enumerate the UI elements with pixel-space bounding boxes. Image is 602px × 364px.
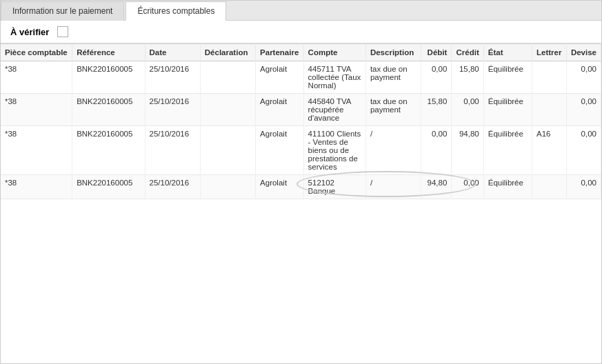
table-cell-lett xyxy=(532,61,567,94)
table-cell-part: Agrolait xyxy=(256,94,304,126)
table-cell-piece: *38 xyxy=(1,61,72,94)
table-cell-lett: A16 xyxy=(532,126,567,175)
table-cell-ref: BNK220160005 xyxy=(72,94,145,126)
table-row: *38BNK22016000525/10/2016Agrolait411100 … xyxy=(1,126,601,175)
table-cell-lett xyxy=(532,175,567,199)
table-cell-comp: 445711 TVA collectée (Taux Normal) xyxy=(303,61,365,94)
filter-bar: À vérifier xyxy=(1,21,601,43)
table-cell-dev: 0,00 xyxy=(566,126,601,175)
col-header-debit: Débit xyxy=(421,44,452,61)
table-cell-desc: tax due on payment xyxy=(365,61,421,94)
col-header-reference: Référence xyxy=(72,44,145,61)
table-cell-dev: 0,00 xyxy=(566,61,601,94)
table-cell-decl xyxy=(200,175,255,199)
table-cell-ref: BNK220160005 xyxy=(72,175,145,199)
table-cell-desc: tax due on payment xyxy=(365,94,421,126)
tab-info[interactable]: Information sur le paiement xyxy=(1,1,124,21)
a-verifier-checkbox[interactable] xyxy=(57,26,68,37)
table-cell-decl xyxy=(200,94,255,126)
table-cell-cred: 0,00 xyxy=(452,94,483,126)
table-cell-desc: / xyxy=(365,126,421,175)
col-header-partenaire: Partenaire xyxy=(256,44,304,61)
table-cell-lett xyxy=(532,94,567,126)
table-row: *38BNK22016000525/10/2016Agrolait445840 … xyxy=(1,94,601,126)
table-cell-decl xyxy=(200,61,255,94)
col-header-lettrer: Lettrer xyxy=(532,44,567,61)
col-header-devise: Devise xyxy=(566,44,601,61)
tabs-bar: Information sur le paiement Écritures co… xyxy=(1,1,601,21)
table-cell-part: Agrolait xyxy=(256,175,304,199)
table-cell-part: Agrolait xyxy=(256,126,304,175)
col-header-date: Date xyxy=(145,44,200,61)
col-header-etat: État xyxy=(483,44,532,61)
main-container: Information sur le paiement Écritures co… xyxy=(0,0,602,364)
col-header-credit: Crédit xyxy=(452,44,483,61)
table-cell-etat: Équilibrée xyxy=(483,94,532,126)
table-cell-etat: Équilibrée xyxy=(483,61,532,94)
table-cell-deb: 0,00 xyxy=(421,61,452,94)
table-cell-desc: / xyxy=(365,175,421,199)
table-cell-date: 25/10/2016 xyxy=(145,94,200,126)
table-cell-deb: 15,80 xyxy=(421,94,452,126)
col-header-piece: Pièce comptable xyxy=(1,44,72,61)
table-cell-date: 25/10/2016 xyxy=(145,126,200,175)
table-cell-date: 25/10/2016 xyxy=(145,175,200,199)
table-wrapper: Pièce comptable Référence Date Déclarati… xyxy=(1,43,601,363)
table-row: *38BNK22016000525/10/2016Agrolait512102 … xyxy=(1,175,601,199)
table-cell-comp: 411100 Clients - Ventes de biens ou de p… xyxy=(303,126,365,175)
table-cell-deb: 94,80 xyxy=(421,175,452,199)
table-cell-ref: BNK220160005 xyxy=(72,61,145,94)
col-header-compte: Compte xyxy=(303,44,365,61)
table-cell-dev: 0,00 xyxy=(566,175,601,199)
col-header-description: Description xyxy=(365,44,421,61)
table-cell-cred: 0,00 xyxy=(452,175,483,199)
ecritures-table: Pièce comptable Référence Date Déclarati… xyxy=(1,43,601,199)
table-cell-dev: 0,00 xyxy=(566,94,601,126)
table-cell-decl xyxy=(200,126,255,175)
table-cell-deb: 0,00 xyxy=(421,126,452,175)
table-cell-ref: BNK220160005 xyxy=(72,126,145,175)
table-cell-comp: 512102 Banque xyxy=(303,175,365,199)
tab-ecritures[interactable]: Écritures comptables xyxy=(126,1,226,21)
table-cell-cred: 94,80 xyxy=(452,126,483,175)
table-cell-piece: *38 xyxy=(1,175,72,199)
filter-label: À vérifier xyxy=(10,27,49,37)
table-cell-comp: 445840 TVA récupérée d'avance xyxy=(303,94,365,126)
table-cell-piece: *38 xyxy=(1,126,72,175)
table-cell-part: Agrolait xyxy=(256,61,304,94)
table-cell-cred: 15,80 xyxy=(452,61,483,94)
col-header-declaration: Déclaration xyxy=(200,44,255,61)
table-cell-date: 25/10/2016 xyxy=(145,61,200,94)
table-cell-etat: Équilibrée xyxy=(483,175,532,199)
table-cell-etat: Équilibrée xyxy=(483,126,532,175)
table-cell-piece: *38 xyxy=(1,94,72,126)
table-header-row: Pièce comptable Référence Date Déclarati… xyxy=(1,44,601,61)
table-row: *38BNK22016000525/10/2016Agrolait445711 … xyxy=(1,61,601,94)
